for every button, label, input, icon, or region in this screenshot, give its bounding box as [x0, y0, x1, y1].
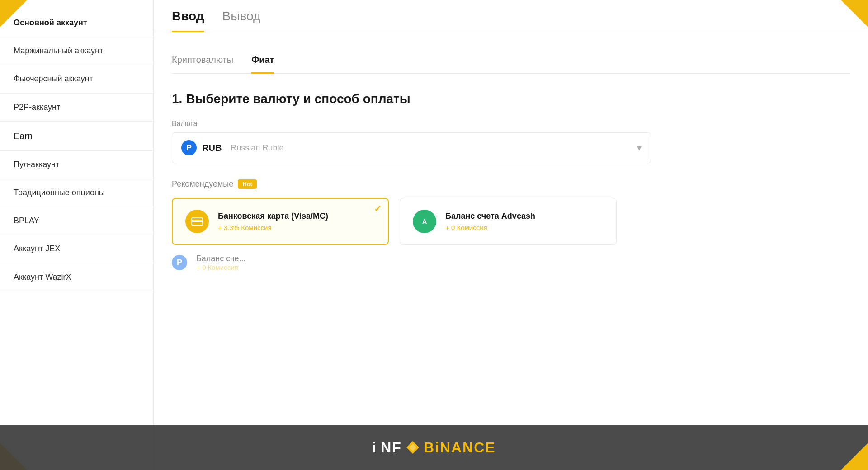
hot-badge: Hot: [238, 179, 257, 189]
sidebar: Основной аккаунт Маржинальный аккаунт Фь…: [0, 0, 154, 470]
logo-diamond-icon: [406, 440, 420, 455]
sidebar-item-wazirx[interactable]: Аккаунт WazirX: [0, 263, 153, 291]
currency-label: Валюта: [172, 120, 850, 128]
svg-rect-1: [192, 220, 203, 222]
currency-icon: P: [181, 140, 197, 155]
bottom-partial-card: P Баланс сче... + 0 Комиссия: [172, 245, 850, 280]
partial-card-name: Баланс сче...: [196, 254, 245, 263]
payment-methods-list: Банковская карта (Visa/MC) + 3.3% Комисс…: [172, 198, 651, 245]
sidebar-item-earn[interactable]: Earn: [0, 122, 153, 151]
advcash-info: Баланс счета Advcash + 0 Комиссия: [445, 212, 535, 231]
sidebar-item-futures-account[interactable]: Фьючерсный аккаунт: [0, 65, 153, 93]
sidebar-item-jex[interactable]: Аккаунт JEX: [0, 235, 153, 263]
payment-card-bank[interactable]: Банковская карта (Visa/MC) + 3.3% Комисс…: [172, 198, 389, 245]
tab-crypto[interactable]: Криптовалюты: [172, 50, 233, 74]
advcash-name: Баланс счета Advcash: [445, 212, 535, 221]
sidebar-item-pool-account[interactable]: Пул-аккаунт: [0, 151, 153, 179]
logo-info-text: i: [372, 439, 377, 456]
tab-fiat[interactable]: Фиат: [251, 50, 274, 74]
section-title: 1. Выберите валюту и способ оплаты: [172, 92, 850, 106]
content-area: Криптовалюты Фиат 1. Выберите валюту и с…: [154, 32, 868, 470]
bank-card-fee: + 3.3% Комиссия: [218, 224, 328, 231]
partial-card-info: Баланс сче... + 0 Комиссия: [196, 254, 245, 271]
sidebar-item-main-account[interactable]: Основной аккаунт: [0, 9, 153, 37]
svg-text:A: A: [422, 218, 427, 225]
tab-deposit[interactable]: Ввод: [172, 0, 204, 32]
footer-overlay: i NF BiNANCE: [0, 425, 868, 470]
top-tab-bar: Ввод Вывод: [154, 0, 868, 32]
partial-card-fee: + 0 Комиссия: [196, 263, 245, 271]
sidebar-item-options[interactable]: Традиционные опционы: [0, 179, 153, 207]
sidebar-item-bplay[interactable]: BPLAY: [0, 207, 153, 235]
bank-card-icon: [185, 210, 209, 233]
recommended-label: Рекомендуемые Hot: [172, 179, 850, 189]
currency-select-left: P RUB Russian Ruble: [181, 140, 283, 155]
chevron-down-icon: ▾: [637, 142, 642, 153]
bank-card-info: Банковская карта (Visa/MC) + 3.3% Комисс…: [218, 212, 328, 231]
currency-code: RUB: [202, 143, 222, 153]
currency-name: Russian Ruble: [231, 143, 283, 153]
tab-withdraw[interactable]: Вывод: [222, 0, 261, 32]
sidebar-item-margin-account[interactable]: Маржинальный аккаунт: [0, 37, 153, 65]
bank-card-name: Банковская карта (Visa/MC): [218, 212, 328, 221]
partial-card-icon: P: [172, 255, 187, 270]
main-content: Ввод Вывод Криптовалюты Фиат 1. Выберите…: [154, 0, 868, 470]
inner-tab-bar: Криптовалюты Фиат: [172, 50, 850, 74]
currency-selector[interactable]: P RUB Russian Ruble ▾: [172, 132, 651, 163]
sidebar-item-p2p-account[interactable]: P2P-аккаунт: [0, 94, 153, 122]
sidebar-nav: Основной аккаунт Маржинальный аккаунт Фь…: [0, 0, 153, 470]
footer-logo: i NF BiNANCE: [372, 439, 495, 456]
payment-card-advcash[interactable]: A Баланс счета Advcash + 0 Комиссия: [400, 198, 617, 245]
advcash-fee: + 0 Комиссия: [445, 224, 535, 231]
advcash-icon: A: [413, 210, 436, 233]
logo-binance-text: BiNANCE: [424, 439, 496, 456]
